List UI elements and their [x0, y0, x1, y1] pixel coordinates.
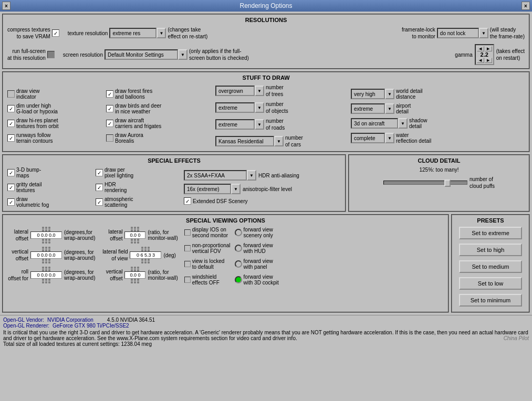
cloud-slider-track[interactable] [383, 181, 467, 185]
set-minimum-button[interactable]: Set to minimum [459, 294, 522, 307]
screen-res-dropdown[interactable]: Default Monitor Settings ▼ [105, 49, 187, 60]
fwd-hud-radio[interactable] [235, 245, 242, 252]
cars-dropdown[interactable]: Kansas Residential ▼ [215, 136, 284, 146]
compress-textures-group: compress textures to save VRAM ✓ [7, 26, 59, 40]
screen-res-arrow[interactable]: ▼ [178, 49, 187, 60]
per-pixel-checkbox[interactable]: ✓ [96, 169, 103, 176]
non-prop-fov-checkbox[interactable] [184, 245, 191, 251]
trees-arrow[interactable]: ▼ [255, 86, 264, 96]
af-dropdown[interactable]: 16x (extreme) ▼ [184, 184, 241, 194]
gamma-up-right[interactable]: ▶ [485, 46, 492, 51]
atmospheric-label: atmosphericscattering [105, 196, 133, 208]
lateral-offset-val[interactable]: 0 0.0 0.0 [30, 231, 62, 239]
set-high-button[interactable]: Set to high [459, 244, 522, 256]
framerate-value: do not lock [437, 28, 479, 38]
close-button-right[interactable]: × [521, 2, 530, 10]
shadow-detail-dropdown[interactable]: 3d on aircraft ▼ [351, 118, 408, 129]
world-detail-arrow[interactable]: ▼ [385, 89, 394, 99]
hi-res-planet-label: draw hi-res planettextures from orbit [16, 118, 59, 129]
texture-res-dropdown[interactable]: extreme res ▼ [109, 28, 166, 38]
shadow-detail-arrow[interactable]: ▼ [398, 118, 408, 129]
bump-maps-checkbox[interactable]: ✓ [7, 169, 15, 176]
cloud-slider-thumb[interactable] [444, 180, 451, 187]
close-button-left[interactable]: × [2, 2, 11, 10]
windshield-checkbox[interactable] [184, 277, 191, 283]
fwd-scenery-radio[interactable] [235, 229, 242, 236]
lateral-fov-val[interactable]: 0 6 5.3 3 [130, 251, 161, 259]
special-effects-title: SPECIAL EFFECTS [7, 157, 341, 164]
birds-deer-checkbox[interactable]: ✓ [106, 105, 113, 112]
gamma-up-left[interactable]: ◀ [477, 46, 484, 51]
warning-text: It is critical that you use the right 3-… [3, 330, 528, 341]
dim-under-checkbox[interactable]: ✓ [7, 105, 15, 112]
texture-res-arrow[interactable]: ▼ [157, 28, 166, 38]
vertical-offset-val[interactable]: 0 0.0 0.0 [30, 251, 62, 259]
airport-detail-dropdown[interactable]: extreme ▼ [351, 103, 394, 114]
lateral-ratio-val[interactable]: 0.0 0 [124, 231, 145, 239]
screen-res-label: screen resolution [63, 52, 103, 58]
status-vendor-row: Open-GL Vendor: NVIDIA Corporation 4.5.0… [3, 317, 529, 323]
texture-size: Total size of all loaded textures at cur… [3, 341, 152, 347]
atmospheric-checkbox[interactable]: ✓ [96, 198, 103, 206]
roads-dropdown[interactable]: extreme ▼ [215, 119, 264, 130]
objects-dropdown[interactable]: extreme ▼ [215, 102, 264, 113]
water-reflection-arrow[interactable]: ▼ [385, 133, 394, 143]
hdr-rendering-checkbox[interactable]: ✓ [96, 184, 103, 191]
runways-label: runways followterrain contours [16, 132, 53, 144]
set-medium-button[interactable]: Set to medium [459, 260, 522, 273]
af-arrow[interactable]: ▼ [231, 184, 241, 194]
view-locked-checkbox[interactable] [184, 261, 191, 267]
trees-dropdown[interactable]: overgrown ▼ [215, 86, 264, 96]
vertical-ratio-val[interactable]: 0.0 0 [124, 271, 145, 279]
runways-checkbox[interactable]: ✓ [7, 134, 15, 142]
lateral-ratio-unit: (ratio, formonitor-wall) [148, 229, 178, 241]
gamma-down-right[interactable]: ▶ [485, 58, 492, 63]
fullscreen-checkbox[interactable] [47, 51, 55, 58]
cars-arrow[interactable]: ▼ [274, 136, 284, 146]
ios-monitor-checkbox[interactable] [184, 229, 191, 236]
roads-arrow[interactable]: ▼ [255, 119, 264, 130]
hi-res-planet-checkbox[interactable]: ✓ [7, 120, 15, 127]
aircraft-carriers-checkbox[interactable]: ✓ [106, 120, 113, 127]
framerate-dropdown[interactable]: do not lock ▼ [437, 28, 488, 38]
water-reflection-dropdown[interactable]: complete ▼ [351, 133, 394, 143]
dsf-checkbox[interactable]: ✓ [184, 197, 191, 205]
aa-dropdown[interactable]: 2x SSAA+FXAA ▼ [184, 170, 256, 181]
world-detail-label: world detaildistance [396, 88, 423, 100]
draw-view-checkbox[interactable] [7, 90, 15, 98]
set-low-button[interactable]: Set to low [459, 277, 522, 290]
effect-restart-label: effect on re-start) [168, 33, 207, 40]
fwd-panel-radio[interactable] [235, 260, 242, 268]
hdr-rendering-item: ✓ HDRrendering [96, 182, 180, 193]
bottom-row: SPECIAL VIEWING OPTIONS lateral offset [2, 214, 530, 313]
atmospheric-item: ✓ atmosphericscattering [96, 196, 180, 208]
gamma-down-left[interactable]: ◀ [477, 58, 484, 63]
windshield-item: windshieldeffects OFF [184, 274, 231, 286]
aa-arrow[interactable]: ▼ [247, 170, 256, 181]
world-detail-dropdown[interactable]: very high ▼ [351, 89, 394, 99]
resolutions-title: RESOLUTIONS [7, 17, 525, 23]
framerate-arrow[interactable]: ▼ [479, 28, 488, 38]
vertical-offset-row: vertical offset 0 0.0 0.0 [7, 247, 95, 263]
vendor-value: NVIDIA Corporation [47, 317, 93, 323]
objects-arrow[interactable]: ▼ [255, 102, 264, 113]
fwd-scenery-item: forward viewscenery only [235, 227, 279, 238]
vendor-label: Open-GL Vendor: [3, 317, 44, 323]
compress-textures-checkbox[interactable]: ✓ [52, 29, 59, 37]
forest-fires-checkbox[interactable]: ✓ [106, 90, 113, 98]
gritty-detail-checkbox[interactable]: ✓ [7, 184, 15, 191]
roll-offset-val[interactable]: 0 0.0 0.0 [30, 271, 62, 279]
aurora-checkbox[interactable] [106, 134, 113, 142]
vertical-offset-dots: 0 0.0 0.0 [30, 247, 62, 263]
draw-view-item: draw viewindicator [7, 88, 102, 100]
water-reflection-label: waterreflection detail [396, 132, 431, 144]
volumetric-fog-checkbox[interactable]: ✓ [7, 198, 15, 206]
to-monitor-label: to monitor [402, 33, 435, 40]
set-extreme-button[interactable]: Set to extreme [459, 227, 522, 239]
fwd-3d-radio[interactable] [235, 276, 242, 283]
gamma-spinbox[interactable]: ◀ ▶ 2.2 ◀ ▶ [475, 44, 494, 65]
vertical-ratio-row: vertical offset 0.0 0 [101, 267, 178, 283]
aa-value: 2x SSAA+FXAA [184, 170, 247, 181]
viewing-spinboxes2: lateral offset 0.0 0 [101, 227, 178, 283]
airport-detail-arrow[interactable]: ▼ [385, 103, 394, 114]
